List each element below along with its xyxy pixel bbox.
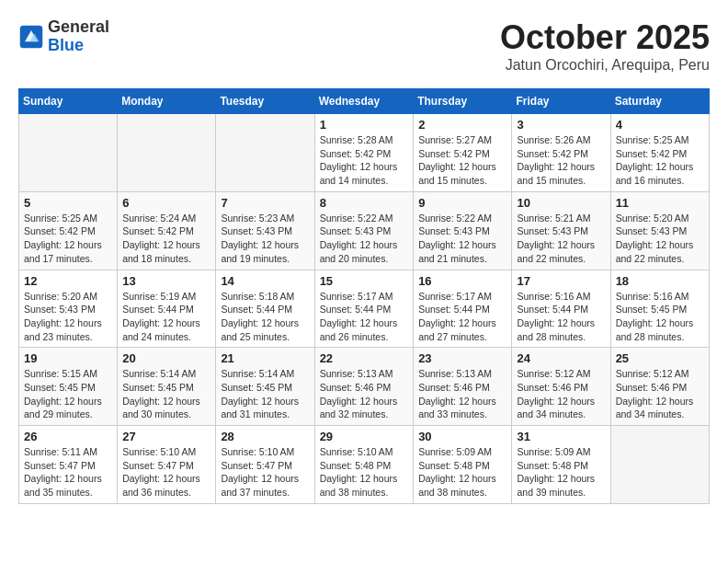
calendar-cell: 9Sunrise: 5:22 AM Sunset: 5:43 PM Daylig… [414,191,512,270]
calendar-cell: 24Sunrise: 5:12 AM Sunset: 5:46 PM Dayli… [512,348,610,426]
calendar-cell: 18Sunrise: 5:16 AM Sunset: 5:45 PM Dayli… [610,270,709,348]
calendar-week-row: 1Sunrise: 5:28 AM Sunset: 5:42 PM Daylig… [19,114,710,192]
day-info: Sunrise: 5:28 AM Sunset: 5:42 PM Dayligh… [320,133,409,188]
day-number: 23 [418,351,506,365]
calendar-cell: 1Sunrise: 5:28 AM Sunset: 5:42 PM Daylig… [314,114,414,192]
day-info: Sunrise: 5:13 AM Sunset: 5:46 PM Dayligh… [418,367,506,421]
calendar-cell: 7Sunrise: 5:23 AM Sunset: 5:43 PM Daylig… [216,191,314,270]
day-of-week-header: Wednesday [314,89,414,114]
day-of-week-header: Thursday [414,89,512,114]
day-number: 9 [418,196,506,210]
logo-icon [18,24,44,50]
calendar-cell: 8Sunrise: 5:22 AM Sunset: 5:43 PM Daylig… [314,191,414,270]
calendar-cell: 10Sunrise: 5:21 AM Sunset: 5:43 PM Dayli… [512,191,610,270]
day-info: Sunrise: 5:11 AM Sunset: 5:47 PM Dayligh… [24,445,112,500]
day-info: Sunrise: 5:24 AM Sunset: 5:42 PM Dayligh… [122,212,210,266]
calendar-cell: 2Sunrise: 5:27 AM Sunset: 5:42 PM Daylig… [414,114,512,192]
day-number: 22 [320,351,409,365]
calendar-cell: 30Sunrise: 5:09 AM Sunset: 5:48 PM Dayli… [414,426,512,504]
day-info: Sunrise: 5:20 AM Sunset: 5:43 PM Dayligh… [24,290,112,344]
day-info: Sunrise: 5:23 AM Sunset: 5:43 PM Dayligh… [221,212,309,266]
calendar-cell: 15Sunrise: 5:17 AM Sunset: 5:44 PM Dayli… [314,270,414,348]
calendar-cell: 6Sunrise: 5:24 AM Sunset: 5:42 PM Daylig… [118,191,216,270]
day-info: Sunrise: 5:17 AM Sunset: 5:44 PM Dayligh… [320,290,409,344]
calendar-cell: 22Sunrise: 5:13 AM Sunset: 5:46 PM Dayli… [314,348,414,426]
logo-text: General Blue [48,18,109,55]
location: Jatun Orcochiri, Arequipa, Peru [500,57,710,74]
day-number: 19 [24,351,112,365]
calendar-cell: 25Sunrise: 5:12 AM Sunset: 5:46 PM Dayli… [610,348,709,426]
calendar-cell [118,114,216,192]
day-number: 31 [517,430,605,443]
day-info: Sunrise: 5:12 AM Sunset: 5:46 PM Dayligh… [616,367,704,421]
day-number: 21 [221,351,309,365]
day-info: Sunrise: 5:16 AM Sunset: 5:45 PM Dayligh… [616,290,704,344]
calendar-table: SundayMondayTuesdayWednesdayThursdayFrid… [18,88,710,504]
day-number: 7 [221,196,309,210]
day-of-week-header: Tuesday [216,89,314,114]
day-number: 14 [221,274,309,288]
calendar-cell: 13Sunrise: 5:19 AM Sunset: 5:44 PM Dayli… [118,270,216,348]
calendar-cell: 23Sunrise: 5:13 AM Sunset: 5:46 PM Dayli… [414,348,512,426]
day-number: 4 [616,118,704,132]
calendar-cell: 4Sunrise: 5:25 AM Sunset: 5:42 PM Daylig… [610,114,709,192]
day-info: Sunrise: 5:15 AM Sunset: 5:45 PM Dayligh… [24,367,112,421]
day-number: 13 [122,274,210,288]
day-number: 29 [320,430,409,443]
calendar-header: SundayMondayTuesdayWednesdayThursdayFrid… [19,89,710,114]
calendar-cell: 17Sunrise: 5:16 AM Sunset: 5:44 PM Dayli… [512,270,610,348]
day-info: Sunrise: 5:21 AM Sunset: 5:43 PM Dayligh… [517,212,605,266]
day-of-week-header: Saturday [610,89,709,114]
day-of-week-header: Friday [512,89,610,114]
calendar-week-row: 5Sunrise: 5:25 AM Sunset: 5:42 PM Daylig… [19,191,710,270]
day-number: 20 [122,351,210,365]
day-info: Sunrise: 5:14 AM Sunset: 5:45 PM Dayligh… [122,367,210,421]
day-number: 25 [616,351,704,365]
calendar-cell: 16Sunrise: 5:17 AM Sunset: 5:44 PM Dayli… [414,270,512,348]
day-number: 15 [320,274,409,288]
day-number: 8 [320,196,409,210]
calendar-week-row: 19Sunrise: 5:15 AM Sunset: 5:45 PM Dayli… [19,348,710,426]
day-number: 12 [24,274,112,288]
logo-blue-text: Blue [48,37,109,55]
calendar-cell: 28Sunrise: 5:10 AM Sunset: 5:47 PM Dayli… [216,426,314,504]
day-number: 6 [122,196,210,210]
day-info: Sunrise: 5:27 AM Sunset: 5:42 PM Dayligh… [418,133,506,188]
day-number: 28 [221,430,309,443]
calendar-cell [19,114,118,192]
calendar-cell: 19Sunrise: 5:15 AM Sunset: 5:45 PM Dayli… [19,348,118,426]
day-number: 27 [122,430,210,443]
day-number: 3 [517,118,605,132]
day-number: 1 [320,118,409,132]
day-info: Sunrise: 5:18 AM Sunset: 5:44 PM Dayligh… [221,290,309,344]
calendar-cell: 3Sunrise: 5:26 AM Sunset: 5:42 PM Daylig… [512,114,610,192]
title-block: October 2025 Jatun Orcochiri, Arequipa, … [500,18,710,74]
calendar-cell: 27Sunrise: 5:10 AM Sunset: 5:47 PM Dayli… [118,426,216,504]
day-number: 26 [24,430,112,443]
day-info: Sunrise: 5:10 AM Sunset: 5:48 PM Dayligh… [320,445,409,500]
day-info: Sunrise: 5:12 AM Sunset: 5:46 PM Dayligh… [517,367,605,421]
month-title: October 2025 [500,18,710,57]
calendar-cell [216,114,314,192]
day-info: Sunrise: 5:22 AM Sunset: 5:43 PM Dayligh… [320,212,409,266]
calendar-cell: 31Sunrise: 5:09 AM Sunset: 5:48 PM Dayli… [512,426,610,504]
logo-general-text: General [48,18,109,37]
day-info: Sunrise: 5:10 AM Sunset: 5:47 PM Dayligh… [221,445,309,500]
calendar-cell: 21Sunrise: 5:14 AM Sunset: 5:45 PM Dayli… [216,348,314,426]
header-row: SundayMondayTuesdayWednesdayThursdayFrid… [19,89,710,114]
day-info: Sunrise: 5:13 AM Sunset: 5:46 PM Dayligh… [320,367,409,421]
calendar-cell: 26Sunrise: 5:11 AM Sunset: 5:47 PM Dayli… [19,426,118,504]
calendar-week-row: 12Sunrise: 5:20 AM Sunset: 5:43 PM Dayli… [19,270,710,348]
calendar-cell: 20Sunrise: 5:14 AM Sunset: 5:45 PM Dayli… [118,348,216,426]
calendar-cell: 12Sunrise: 5:20 AM Sunset: 5:43 PM Dayli… [19,270,118,348]
day-info: Sunrise: 5:26 AM Sunset: 5:42 PM Dayligh… [517,133,605,188]
day-info: Sunrise: 5:14 AM Sunset: 5:45 PM Dayligh… [221,367,309,421]
day-number: 18 [616,274,704,288]
calendar-week-row: 26Sunrise: 5:11 AM Sunset: 5:47 PM Dayli… [19,426,710,504]
day-info: Sunrise: 5:22 AM Sunset: 5:43 PM Dayligh… [418,212,506,266]
day-number: 24 [517,351,605,365]
day-info: Sunrise: 5:16 AM Sunset: 5:44 PM Dayligh… [517,290,605,344]
day-number: 10 [517,196,605,210]
day-info: Sunrise: 5:25 AM Sunset: 5:42 PM Dayligh… [616,133,704,188]
day-number: 17 [517,274,605,288]
